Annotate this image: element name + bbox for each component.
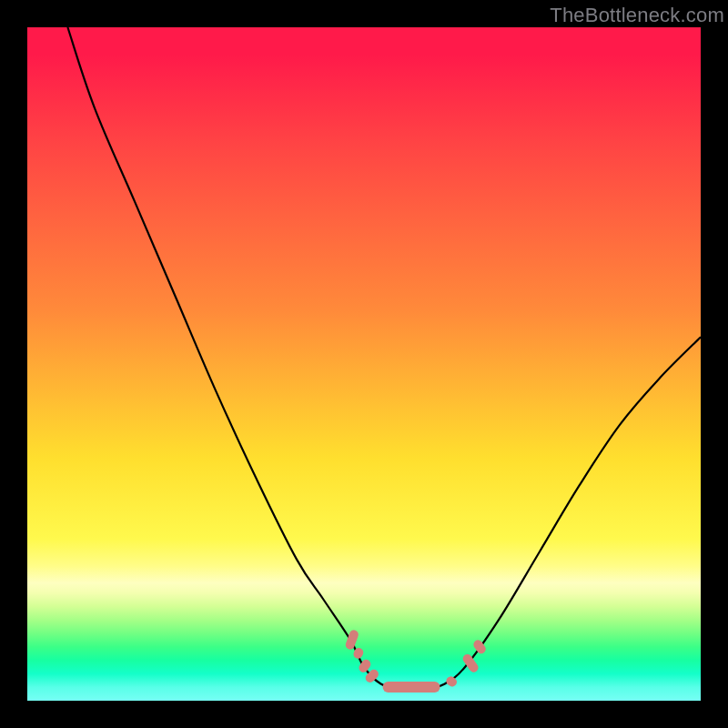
watermark-text: TheBottleneck.com [550, 4, 724, 27]
chart-frame: TheBottleneck.com [0, 0, 728, 728]
plot-area [27, 27, 701, 701]
bottleneck-curve [67, 27, 701, 687]
curve-marker [382, 682, 440, 693]
curve-overlay [27, 27, 701, 701]
